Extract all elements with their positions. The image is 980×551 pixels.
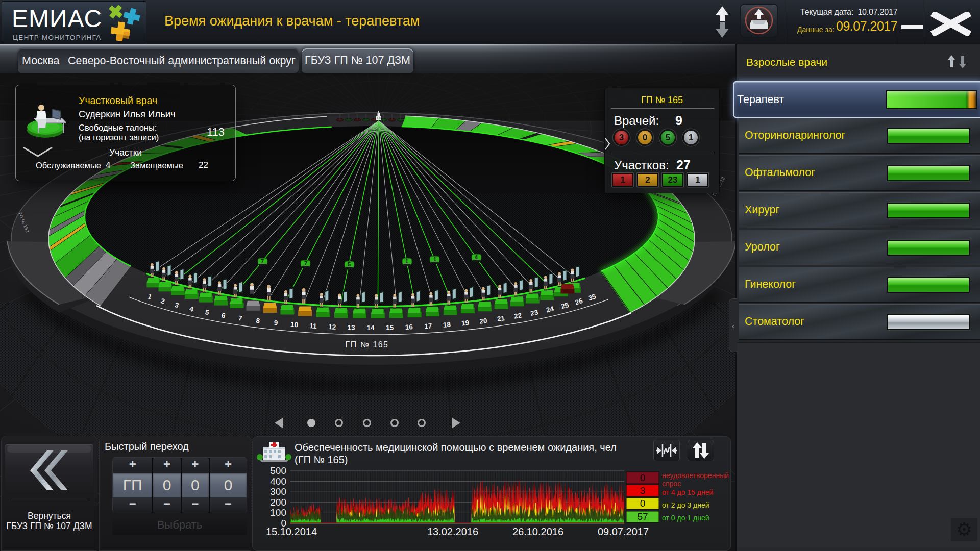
- svg-text:3: 3: [640, 485, 646, 496]
- svg-text:от 4 до 15 дней: от 4 до 15 дней: [662, 488, 713, 496]
- svg-text:18: 18: [443, 320, 451, 329]
- svg-text:ГП № 165: ГП № 165: [346, 340, 389, 349]
- svg-text:7: 7: [304, 260, 307, 266]
- svg-text:1: 1: [405, 258, 408, 264]
- svg-text:7: 7: [261, 258, 264, 264]
- svg-text:от 2 до 3 дней: от 2 до 3 дней: [662, 501, 709, 509]
- svg-text:10: 10: [290, 320, 299, 329]
- svg-text:13: 13: [348, 323, 356, 331]
- svg-text:15.10.2014: 15.10.2014: [266, 526, 317, 537]
- svg-text:1: 1: [433, 256, 436, 262]
- svg-text:19: 19: [461, 319, 469, 327]
- svg-text:400: 400: [270, 476, 286, 487]
- svg-text:20: 20: [479, 317, 488, 325]
- svg-text:неудовлетворенный: неудовлетворенный: [662, 471, 729, 480]
- svg-text:11: 11: [309, 322, 317, 330]
- svg-text:26.10.2016: 26.10.2016: [512, 526, 564, 537]
- svg-text:0: 0: [640, 472, 646, 483]
- svg-text:500: 500: [270, 465, 286, 476]
- svg-text:14: 14: [366, 324, 375, 332]
- svg-text:12: 12: [328, 323, 336, 331]
- svg-text:13.02.2016: 13.02.2016: [427, 526, 478, 537]
- svg-text:5: 5: [348, 261, 351, 267]
- svg-text:9: 9: [274, 319, 278, 327]
- svg-text:4: 4: [475, 254, 478, 260]
- svg-text:от 0 до 1 дней: от 0 до 1 дней: [662, 514, 709, 522]
- svg-text:22: 22: [513, 311, 522, 320]
- svg-text:0: 0: [640, 498, 646, 509]
- svg-text:15: 15: [386, 324, 394, 332]
- svg-text:09.07.2017: 09.07.2017: [598, 526, 649, 537]
- svg-text:100: 100: [270, 507, 286, 518]
- svg-text:21: 21: [497, 314, 506, 323]
- svg-text:спрос: спрос: [662, 480, 681, 488]
- svg-text:200: 200: [270, 497, 286, 508]
- svg-text:57: 57: [637, 511, 648, 522]
- svg-text:17: 17: [424, 322, 432, 330]
- svg-text:16: 16: [405, 323, 413, 331]
- svg-text:300: 300: [270, 486, 286, 497]
